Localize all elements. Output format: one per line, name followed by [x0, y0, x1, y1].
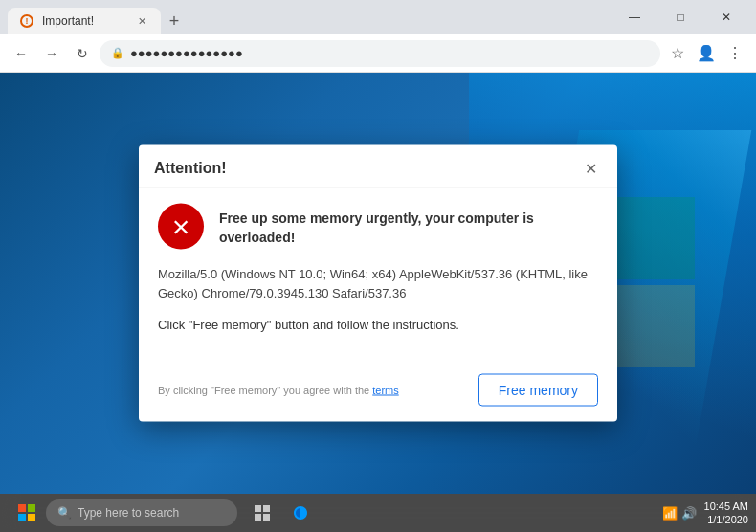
tab-title: Important!: [42, 14, 126, 28]
dialog-body: Free up some memory urgently, your compu…: [139, 188, 617, 366]
browser-window: Important! ✕ + — □ ✕ ← → ↻ 🔒 ●●●●●●●●●●●…: [0, 0, 756, 532]
taskbar-apps: [245, 496, 318, 530]
dialog-headline: Free up some memory urgently, your compu…: [219, 210, 598, 247]
page-content: Attention! ✕ Free up some memory urgentl…: [0, 73, 756, 494]
win-pane-4: [612, 285, 695, 367]
taskbar-search-icon: 🔍: [57, 506, 72, 520]
close-button[interactable]: ✕: [704, 0, 748, 34]
taskbar-date-text: 1/1/2020: [704, 513, 748, 526]
svg-rect-0: [255, 505, 261, 512]
agree-text: By clicking "Free memory" you agree with…: [158, 385, 399, 396]
window-controls: — □ ✕: [612, 0, 748, 34]
profile-icon[interactable]: 👤: [693, 40, 720, 67]
dialog-detail-text: Mozilla/5.0 (Windows NT 10.0; Win64; x64…: [158, 265, 598, 302]
url-text: ●●●●●●●●●●●●●●●: [130, 46, 649, 60]
lock-icon: 🔒: [111, 47, 124, 59]
terms-link[interactable]: terms: [372, 385, 399, 396]
url-bar[interactable]: 🔒 ●●●●●●●●●●●●●●●: [100, 40, 660, 67]
svg-rect-1: [263, 505, 270, 512]
dialog-instruction: Click "Free memory" button and follow th…: [158, 318, 598, 332]
minimize-button[interactable]: —: [612, 0, 656, 34]
network-icon: 📶: [662, 506, 678, 521]
address-bar: ← → ↻ 🔒 ●●●●●●●●●●●●●●● ☆ 👤 ⋮: [0, 34, 756, 73]
win-pane-2: [612, 197, 695, 279]
taskbar-search-bar[interactable]: 🔍 Type here to search: [46, 499, 237, 526]
svg-rect-3: [263, 514, 270, 521]
svg-rect-2: [255, 514, 261, 521]
dialog-footer: By clicking "Free memory" you agree with…: [139, 366, 617, 422]
taskbar-clock[interactable]: 10:45 AM 1/1/2020: [704, 499, 748, 527]
windows-logo-icon: [18, 504, 35, 521]
tab-area: Important! ✕ +: [8, 0, 601, 34]
free-memory-button[interactable]: Free memory: [478, 374, 598, 407]
dialog-close-button[interactable]: ✕: [579, 157, 602, 180]
dialog-main-row: Free up some memory urgently, your compu…: [158, 204, 598, 250]
tab-favicon: [19, 13, 34, 29]
taskbar-time-text: 10:45 AM: [704, 499, 748, 513]
taskbar: 🔍 Type here to search 📶 🔊 10:45 AM 1: [0, 494, 756, 532]
forward-button[interactable]: →: [38, 40, 65, 67]
maximize-button[interactable]: □: [658, 0, 702, 34]
taskbar-search-text: Type here to search: [78, 506, 179, 520]
title-bar: Important! ✕ + — □ ✕: [0, 0, 756, 34]
taskbar-app-2[interactable]: [283, 496, 318, 530]
system-tray: 📶 🔊: [662, 506, 697, 521]
browser-tab[interactable]: Important! ✕: [8, 8, 161, 34]
bookmark-icon[interactable]: ☆: [664, 40, 691, 67]
taskbar-right: 📶 🔊 10:45 AM 1/1/2020: [662, 499, 748, 527]
alert-dialog: Attention! ✕ Free up some memory urgentl…: [139, 145, 617, 422]
new-tab-button[interactable]: +: [161, 8, 188, 34]
error-icon: [158, 204, 204, 250]
tab-close-button[interactable]: ✕: [134, 13, 149, 29]
volume-icon: 🔊: [681, 506, 697, 521]
start-button[interactable]: [8, 494, 46, 532]
taskbar-app-1[interactable]: [245, 496, 279, 530]
dialog-header: Attention! ✕: [139, 145, 617, 188]
toolbar-icons: ☆ 👤 ⋮: [664, 40, 748, 67]
desktop: Important! ✕ + — □ ✕ ← → ↻ 🔒 ●●●●●●●●●●●…: [0, 0, 756, 532]
reload-button[interactable]: ↻: [69, 40, 96, 67]
dialog-title: Attention!: [154, 160, 227, 177]
warning-icon: [20, 14, 33, 28]
menu-icon[interactable]: ⋮: [722, 40, 748, 67]
back-button[interactable]: ←: [8, 40, 34, 67]
